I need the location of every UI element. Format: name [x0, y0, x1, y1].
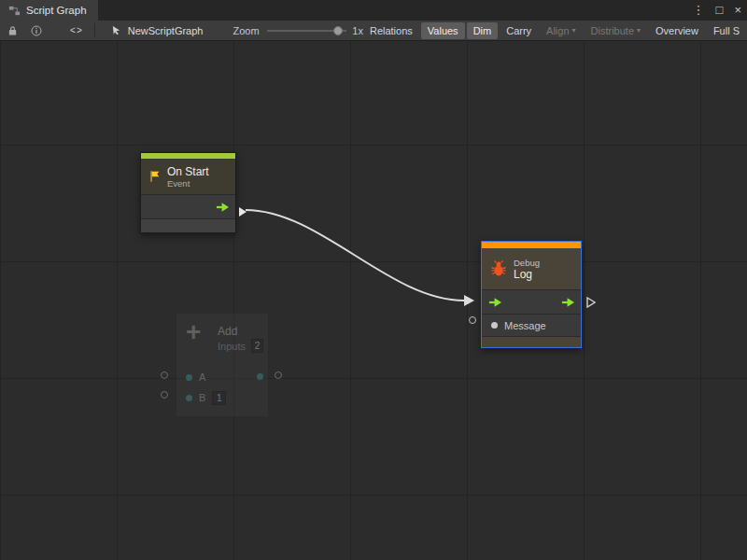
node-add-dimmed[interactable]: + Add Inputs 2 A B 1: [159, 313, 286, 417]
lock-icon[interactable]: [7, 24, 19, 37]
script-graph-icon: [7, 4, 21, 17]
tab-title: Script Graph: [26, 5, 87, 16]
input-b-port[interactable]: [161, 391, 168, 399]
b-value-field[interactable]: 1: [212, 391, 226, 405]
input-row-a[interactable]: A: [176, 368, 268, 386]
flag-icon: [148, 170, 162, 183]
node-debug-log[interactable]: Debug Log Message: [481, 241, 582, 348]
input-a-label: A: [199, 371, 205, 383]
overview-button[interactable]: Overview: [649, 22, 705, 39]
trigger-out-port[interactable]: [238, 204, 247, 216]
zoom-label: Zoom: [233, 25, 259, 36]
window-controls: ⋮ □ ×: [693, 0, 741, 21]
node-category: Debug: [514, 258, 540, 268]
debug-footer: [482, 336, 581, 347]
debug-accent-bar: [482, 242, 581, 248]
chevron-down-icon: ▾: [637, 26, 641, 35]
inputs-label: Inputs: [218, 341, 246, 352]
zoom-value: 1x: [352, 25, 363, 36]
distribute-label: Distribute: [591, 25, 634, 36]
align-button[interactable]: Align ▾: [540, 22, 582, 39]
script-graph-window: Script Graph ⋮ □ × <> NewScriptGraph Zoo…: [0, 0, 747, 560]
distribute-button[interactable]: Distribute ▾: [585, 22, 647, 39]
input-a-port[interactable]: [161, 371, 168, 379]
flow-in-arrow-icon[interactable]: [488, 296, 501, 309]
plus-icon: +: [186, 317, 201, 347]
node-on-start[interactable]: On Start Event: [140, 152, 236, 233]
message-input-port[interactable]: [469, 316, 476, 324]
node-subtitle: Event: [167, 178, 209, 189]
port-dot[interactable]: [186, 374, 192, 381]
add-node-body[interactable]: + Add Inputs 2 A B 1: [176, 313, 269, 417]
values-button[interactable]: Values: [421, 22, 465, 39]
close-icon[interactable]: ×: [734, 0, 741, 21]
graph-name[interactable]: NewScriptGraph: [128, 25, 204, 36]
flow-arrow-icon: [216, 201, 229, 214]
bug-icon: [489, 259, 508, 278]
node-title: Log: [514, 268, 540, 281]
input-b-label: B: [199, 392, 205, 403]
fullscreen-button[interactable]: Full S: [707, 22, 746, 39]
on-start-header[interactable]: On Start Event: [141, 159, 235, 194]
carry-button[interactable]: Carry: [500, 22, 538, 39]
debug-flow-row[interactable]: [482, 289, 581, 314]
inputs-count-field[interactable]: 2: [251, 339, 263, 353]
align-label: Align: [546, 25, 569, 36]
info-icon[interactable]: [30, 24, 42, 37]
flow-out-arrow-icon[interactable]: [561, 296, 574, 309]
node-title: On Start: [167, 165, 209, 178]
trigger-out-port[interactable]: [586, 295, 596, 306]
dim-button[interactable]: Dim: [467, 22, 499, 39]
graph-canvas[interactable]: On Start Event Debug: [0, 41, 747, 560]
on-start-output-row[interactable]: [141, 194, 235, 218]
toolbar-separator: [94, 23, 95, 38]
menu-icon[interactable]: ⋮: [693, 0, 705, 21]
port-dot[interactable]: [186, 395, 192, 401]
input-row-b[interactable]: B 1: [176, 388, 268, 407]
relations-button[interactable]: Relations: [363, 22, 419, 39]
zoom-slider[interactable]: [267, 24, 347, 37]
window-tab-bar: Script Graph ⋮ □ ×: [0, 0, 747, 21]
maximize-icon[interactable]: □: [716, 0, 724, 21]
debug-log-header[interactable]: Debug Log: [482, 248, 581, 289]
zoom-slider-knob[interactable]: [333, 26, 343, 35]
message-port-label: Message: [504, 320, 546, 331]
sum-output-port[interactable]: [275, 371, 282, 379]
chevron-down-icon: ▾: [572, 26, 576, 35]
code-icon[interactable]: <>: [70, 24, 83, 37]
debug-message-row[interactable]: Message: [482, 314, 581, 336]
message-port-dot[interactable]: [491, 322, 498, 329]
on-start-footer: [141, 218, 235, 232]
node-title: Add: [218, 325, 237, 338]
connection-wire: [0, 41, 747, 560]
output-port-dot[interactable]: [257, 373, 263, 380]
pointer-icon: [110, 24, 122, 37]
graph-toolbar: <> NewScriptGraph Zoom 1x Relations Valu…: [0, 21, 747, 41]
tab-script-graph[interactable]: Script Graph: [0, 0, 98, 21]
